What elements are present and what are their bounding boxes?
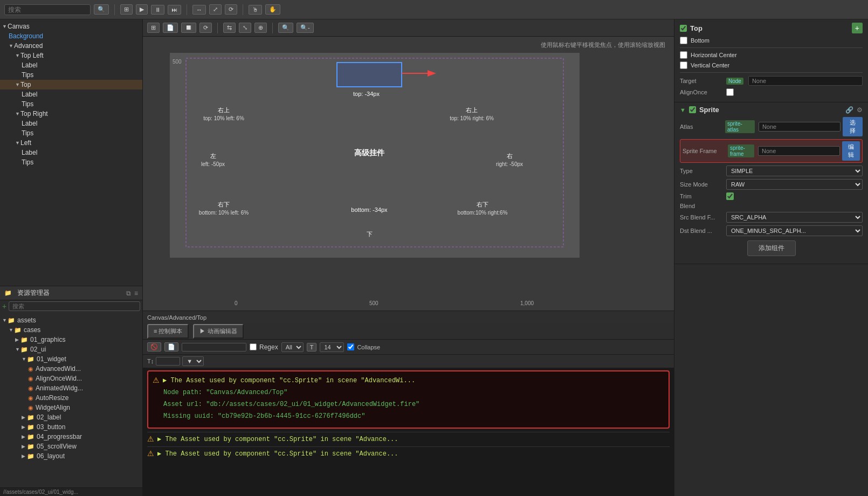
asset-label-autoresize: AutoResize	[36, 394, 68, 402]
hierarchy-item-left-tips[interactable]: Tips	[0, 157, 142, 167]
toolbar-btn-6[interactable]: ⤢	[209, 4, 222, 15]
asset-item-04progressbar[interactable]: ▶ 📁 04_progressbar	[0, 432, 142, 442]
hierarchy-label-left-label: Label	[22, 149, 37, 156]
canvas-btn-6[interactable]: ⤡	[239, 23, 251, 33]
toolbar-btn-2[interactable]: ▶	[136, 4, 148, 15]
atlas-input[interactable]	[759, 122, 841, 132]
divider-1	[680, 47, 863, 48]
hierarchy-item-top-right-tips[interactable]: Tips	[0, 128, 142, 138]
hierarchy-item-advanced[interactable]: ▼ Advanced	[0, 41, 142, 51]
asset-item-animated[interactable]: ◉ AnimatedWidg...	[0, 383, 142, 393]
canvas-btn-4[interactable]: ⟳	[199, 23, 212, 33]
sprite-enable-checkbox[interactable]	[689, 106, 696, 113]
hierarchy-item-top-left[interactable]: ▼ Top Left	[0, 51, 142, 60]
widget-header: Top +	[680, 23, 863, 33]
hierarchy-item-top-tips[interactable]: Tips	[0, 99, 142, 109]
asset-item-03button[interactable]: ▶ 📁 03_button	[0, 422, 142, 432]
sprite-frame-input[interactable]	[758, 146, 840, 156]
asset-item-05scrollview[interactable]: ▶ 📁 05_scrollView	[0, 442, 142, 451]
asset-item-cases[interactable]: ▼ 📁 cases	[0, 325, 142, 335]
editor-btn-search[interactable]: 🚫	[147, 342, 161, 352]
all-select[interactable]: All	[281, 342, 304, 352]
size-mode-select[interactable]: RAW	[726, 179, 863, 190]
hierarchy-item-background[interactable]: Background	[0, 31, 142, 41]
asset-item-assets[interactable]: ▼ 📁 assets	[0, 315, 142, 325]
asset-add-btn[interactable]: +	[2, 302, 6, 311]
asset-item-02ui[interactable]: ▼ 📁 02_ui	[0, 345, 142, 354]
asset-item-autoresize[interactable]: ◉ AutoResize	[0, 393, 142, 403]
asset-item-widgetalign[interactable]: ◉ WidgetAlign	[0, 403, 142, 412]
trim-checkbox[interactable]	[726, 192, 734, 200]
select-btn[interactable]: 选择	[843, 117, 863, 136]
regex-checkbox[interactable]	[250, 343, 257, 350]
hierarchy-item-top-right[interactable]: ▼ Top Right	[0, 109, 142, 119]
toolbar-btn-8[interactable]: 🖱	[249, 5, 262, 15]
asset-item-06layout[interactable]: ▶ 📁 06_layout	[0, 451, 142, 461]
svg-text:右上: 右上	[218, 107, 230, 113]
canvas-btn-5[interactable]: ⇆	[223, 23, 236, 33]
src-blend-select[interactable]: SRC_ALPHA	[726, 212, 863, 223]
search-input[interactable]	[4, 4, 91, 15]
hierarchy-item-left-label[interactable]: Label	[0, 148, 142, 157]
dst-blend-select[interactable]: ONE_MINUS_SRC_ALPH...	[726, 225, 863, 236]
horizontal-center-checkbox[interactable]	[680, 51, 687, 59]
canvas-btn-2[interactable]: 📄	[163, 23, 178, 33]
toolbar-btn-9[interactable]: ✋	[265, 4, 280, 15]
toolbar-btn-3[interactable]: ⏸	[151, 5, 164, 15]
toolbar-btn-7[interactable]: ⟳	[225, 4, 237, 15]
line-num-select[interactable]: ▼	[182, 356, 204, 366]
hierarchy-item-left[interactable]: ▼ Left	[0, 138, 142, 148]
canvas-btn-9[interactable]: 🔍-	[297, 23, 314, 33]
alignonce-checkbox[interactable]	[726, 88, 734, 96]
type-select[interactable]: SIMPLE	[726, 166, 863, 176]
asset-search-input[interactable]	[9, 301, 140, 311]
asset-label-05scroll: 05_scrollView	[37, 443, 77, 450]
asset-expand-assets: ▼	[2, 318, 8, 323]
sprite-lock-icon[interactable]: 🔗	[845, 106, 853, 114]
editor-search-input[interactable]	[182, 343, 246, 352]
toolbar-btn-4[interactable]: ⏭	[168, 5, 181, 15]
sprite-gear-icon[interactable]: ⚙	[857, 106, 863, 114]
widget-header-section: Top + Bottom Horizontal Center Vertical …	[674, 19, 868, 102]
hierarchy-item-top-left-label[interactable]: Label	[0, 60, 142, 70]
main-area: ▼ Canvas Background ▼ Advanced ▼ Top Lef…	[0, 19, 868, 496]
tab-animation[interactable]: ▶ 动画编辑器	[193, 324, 243, 339]
collapse-checkbox[interactable]	[347, 343, 354, 350]
canvas-area[interactable]: 使用鼠标右键平移视觉焦点，使用滚轮缩放视图 top: -34px	[143, 37, 674, 311]
line-num-input[interactable]: 30	[156, 357, 180, 366]
asset-copy-icon[interactable]: ⧉	[126, 290, 131, 297]
toolbar-btn-5[interactable]: ↔	[192, 5, 206, 15]
editor-font-t[interactable]: T	[307, 343, 317, 352]
asset-item-01widget[interactable]: ▼ 📁 01_widget	[0, 354, 142, 364]
add-component-btn[interactable]: 添加组件	[747, 240, 796, 256]
font-size-select[interactable]: 14	[320, 342, 344, 352]
assets-folder-icon: 📁	[8, 317, 15, 324]
hierarchy-label-top-label: Label	[22, 91, 37, 98]
asset-item-advwidget[interactable]: ◉ AdvancedWid...	[0, 364, 142, 374]
vertical-center-checkbox[interactable]	[680, 61, 687, 69]
hierarchy-item-top-right-label[interactable]: Label	[0, 119, 142, 128]
asset-item-alignonce[interactable]: ◉ AlignOnceWid...	[0, 374, 142, 383]
target-input[interactable]	[748, 76, 863, 86]
canvas-btn-7[interactable]: ⊕	[254, 23, 267, 33]
search-button[interactable]: 🔍	[94, 4, 109, 15]
tab-script[interactable]: ≡ 控制脚本	[147, 324, 189, 339]
hierarchy-item-top[interactable]: ▼ Top	[0, 80, 142, 89]
hierarchy-item-canvas[interactable]: ▼ Canvas	[0, 22, 142, 31]
canvas-btn-1[interactable]: ⊞	[147, 23, 160, 33]
edit-btn[interactable]: 编辑	[842, 141, 860, 161]
hierarchy-item-top-label[interactable]: Label	[0, 89, 142, 99]
widget-enable-checkbox[interactable]	[680, 25, 687, 32]
hierarchy-item-top-left-tips[interactable]: Tips	[0, 70, 142, 80]
asset-item-01graphics[interactable]: ▶ 📁 01_graphics	[0, 335, 142, 345]
bottom-label: Bottom	[691, 37, 863, 44]
asset-menu-icon[interactable]: ≡	[134, 290, 138, 297]
add-component-plus-btn[interactable]: +	[852, 23, 863, 33]
canvas-btn-3[interactable]: 🔲	[181, 23, 196, 33]
svg-text:left: -50px: left: -50px	[201, 161, 225, 167]
canvas-btn-8[interactable]: 🔍	[278, 23, 293, 33]
toolbar-btn-1[interactable]: ⊞	[120, 4, 133, 15]
bottom-checkbox[interactable]	[680, 37, 687, 44]
editor-btn-replace[interactable]: 📄	[164, 342, 178, 352]
asset-item-02label[interactable]: ▶ 📁 02_label	[0, 412, 142, 422]
